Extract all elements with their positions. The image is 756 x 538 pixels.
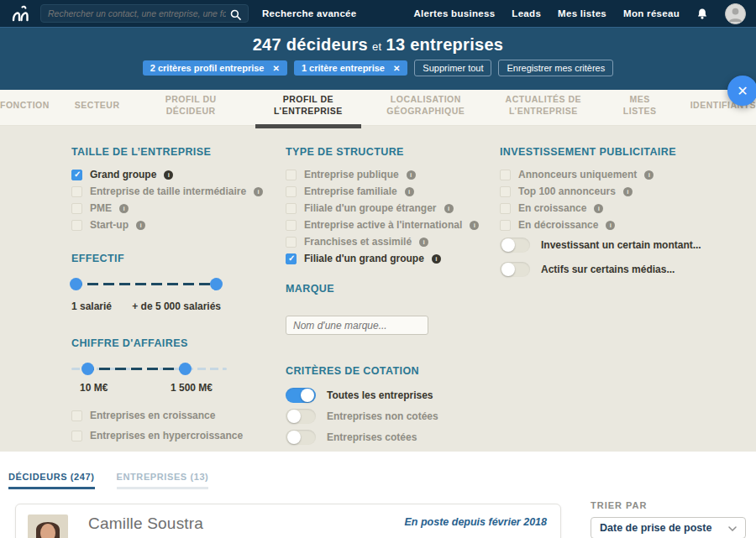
brand-name-input[interactable] (286, 316, 428, 335)
search-icon[interactable] (230, 8, 241, 19)
criteria-chip[interactable]: 1 critère entreprise ✕ (294, 60, 407, 76)
info-icon[interactable]: i (254, 187, 263, 196)
slider-handle-max[interactable] (210, 278, 223, 290)
toggle-switch[interactable] (500, 262, 530, 277)
nav-link-mon-reseau[interactable]: Mon réseau (623, 8, 680, 18)
info-icon[interactable]: i (164, 170, 173, 180)
info-icon[interactable]: i (432, 254, 441, 264)
app-logo-icon[interactable] (10, 3, 32, 24)
toggle-knob (301, 389, 314, 402)
checkbox[interactable] (286, 253, 297, 264)
slider-handle-max[interactable] (179, 363, 192, 375)
sort-label: TRIER PAR (591, 500, 746, 510)
checkbox-row-pme[interactable]: PME i (71, 202, 269, 214)
tab-profil-du-decideur[interactable]: PROFIL DU DÉCIDEUR (145, 92, 237, 122)
info-icon[interactable]: i (644, 170, 654, 180)
slider-handle-min[interactable] (81, 363, 94, 375)
info-icon[interactable]: i (623, 187, 633, 196)
info-icon[interactable]: i (594, 204, 603, 213)
info-icon[interactable]: i (119, 204, 129, 213)
toggle-row-cotees[interactable]: Entreprises cotées (286, 430, 483, 445)
checkbox[interactable] (71, 431, 82, 441)
info-icon[interactable]: i (136, 221, 145, 230)
tab-localisation-geographique[interactable]: LOCALISATION GÉOGRAPHIQUE (380, 92, 472, 122)
nav-link-alertes-business[interactable]: Alertes business (414, 8, 496, 18)
info-icon[interactable]: i (444, 204, 454, 213)
toggle-switch[interactable] (286, 388, 316, 403)
slider-handle-min[interactable] (70, 278, 82, 290)
checkbox-label: Entreprise familiale (304, 185, 397, 197)
nav-link-mes-listes[interactable]: Mes listes (558, 8, 606, 18)
info-icon[interactable]: i (407, 170, 416, 180)
checkbox[interactable] (71, 170, 82, 180)
toggle-label: Investissant un certain montant... (541, 239, 701, 251)
checkbox[interactable] (71, 410, 82, 421)
checkbox-row-grand-groupe[interactable]: Grand groupe i (71, 169, 269, 180)
checkbox-row-filiale-grand-groupe[interactable]: Filiale d'un grand groupe i (286, 253, 483, 264)
checkbox-row-active-international[interactable]: Entreprise active à l'international i (286, 219, 483, 231)
notifications-bell-icon[interactable] (696, 8, 708, 20)
info-icon[interactable]: i (419, 238, 428, 247)
checkbox[interactable] (500, 170, 511, 180)
checkbox-row-en-croissance[interactable]: En croissance i (500, 202, 697, 214)
checkbox-label: Filiale d'un groupe étranger (304, 202, 437, 214)
checkbox[interactable] (500, 203, 511, 214)
chip-close-icon[interactable]: ✕ (393, 64, 400, 73)
search-input[interactable] (48, 8, 226, 18)
results-tab-decideurs[interactable]: DÉCIDEURS (247) (8, 472, 95, 489)
global-search (40, 4, 249, 23)
toggle-switch[interactable] (500, 238, 530, 253)
tab-secteur[interactable]: SECTEUR (75, 98, 120, 117)
checkbox[interactable] (286, 203, 297, 214)
checkbox-row-eti[interactable]: Entreprise de taille intermédiaire i (71, 185, 269, 197)
checkbox-row-annonceurs[interactable]: Annonceurs uniquement i (500, 169, 697, 180)
toggle-row-montant[interactable]: Investissant un certain montant... (500, 238, 697, 253)
close-filter-panel-button[interactable]: ✕ (727, 76, 756, 106)
toggle-switch[interactable] (286, 430, 316, 445)
navbar-right: Alertes business Leads Mes listes Mon ré… (414, 3, 747, 24)
checkbox[interactable] (286, 237, 297, 248)
tab-actualites-de-l-entreprise[interactable]: ACTUALITÉS DE L’ENTREPRISE (497, 92, 590, 122)
checkbox-row-filiale-groupe-etranger[interactable]: Filiale d'un groupe étranger i (286, 202, 483, 214)
remove-all-button[interactable]: Supprimer tout (414, 60, 491, 76)
toggle-switch[interactable] (286, 409, 316, 424)
checkbox[interactable] (500, 220, 511, 231)
results-tab-entreprises[interactable]: ENTREPRISES (13) (117, 472, 209, 489)
checkbox[interactable] (71, 220, 82, 231)
sort-select[interactable]: Date de prise de poste (591, 517, 746, 538)
advanced-search-link[interactable]: Recherche avancée (262, 8, 357, 18)
checkbox[interactable] (71, 186, 82, 197)
tab-mes-listes[interactable]: MES LISTES (615, 92, 665, 122)
toggle-row-non-cotees[interactable]: Entreprises non cotées (286, 409, 483, 424)
checkbox[interactable] (71, 203, 82, 214)
info-icon[interactable]: i (606, 221, 615, 230)
checkbox-row-en-decroissance[interactable]: En décroissance i (500, 219, 697, 231)
checkbox[interactable] (286, 186, 297, 197)
checkbox-row-entreprise-familiale[interactable]: Entreprise familiale i (286, 185, 483, 197)
checkbox-row-hypercroissance[interactable]: Entreprises en hypercroissance (71, 429, 269, 442)
user-avatar[interactable] (725, 3, 746, 24)
section-title: TAILLE DE L’ENTREPRISE (71, 146, 269, 158)
toggle-knob (501, 263, 515, 276)
checkbox[interactable] (500, 186, 511, 197)
tab-profil-de-l-entreprise[interactable]: PROFIL DE L’ENTREPRISE (262, 92, 354, 122)
toggle-row-medias[interactable]: Actifs sur certains médias... (500, 262, 697, 277)
checkbox-row-entreprise-publique[interactable]: Entreprise publique i (286, 169, 483, 180)
checkbox-row-franchises[interactable]: Franchises et assimilé i (286, 236, 483, 248)
checkbox-row-top100[interactable]: Top 100 annonceurs i (500, 185, 697, 197)
checkbox-row-croissance[interactable]: Entreprises en croissance (71, 409, 269, 422)
criteria-chip[interactable]: 2 critères profil entreprise ✕ (143, 60, 287, 76)
contact-result-card[interactable]: Camille Soustra Directeur de la communic… (15, 504, 561, 538)
save-criteria-button[interactable]: Enregistrer mes critères (498, 60, 613, 76)
checkbox[interactable] (286, 220, 297, 231)
criteria-chips-row: 2 critères profil entreprise ✕ 1 critère… (0, 60, 756, 76)
info-icon[interactable]: i (405, 187, 414, 196)
chip-close-icon[interactable]: ✕ (272, 64, 279, 73)
checkbox-row-startup[interactable]: Start-up i (71, 219, 269, 231)
info-icon[interactable]: i (470, 221, 479, 230)
checkbox[interactable] (286, 170, 297, 180)
results-tabs: DÉCIDEURS (247) ENTREPRISES (13) (0, 452, 756, 489)
toggle-row-toutes-entreprises[interactable]: Toutes les entreprises (286, 388, 483, 403)
tab-fonction[interactable]: FONCTION (0, 98, 50, 117)
nav-link-leads[interactable]: Leads (512, 8, 541, 18)
